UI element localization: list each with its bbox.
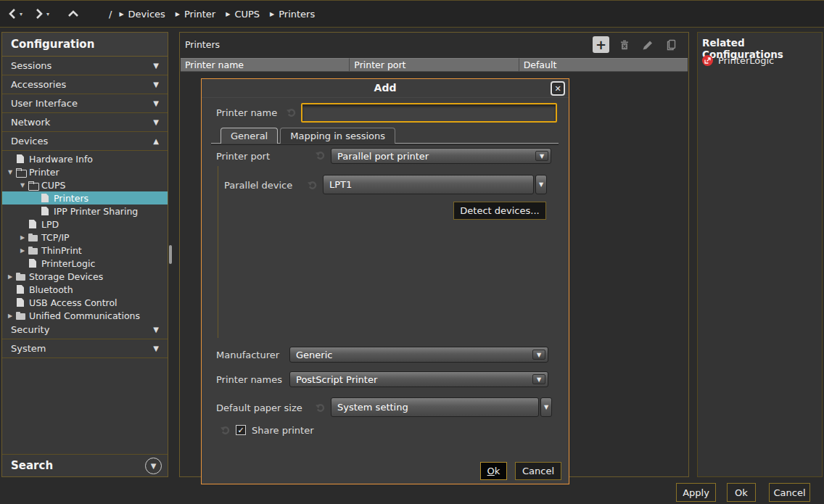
tree-closed-icon[interactable]: ▶ [5,273,15,280]
forward-button[interactable]: ▾ [34,8,49,20]
search-expand-icon[interactable]: ▼ [145,458,162,474]
parallel-device-reset-icon[interactable] [307,179,318,190]
forward-icon [34,8,44,20]
file-icon [15,154,26,164]
cancel-button[interactable]: Cancel [769,483,810,502]
breadcrumb-arrow-icon: ▶ [226,11,230,17]
printer-name-reset-icon[interactable] [286,107,297,117]
tree-item-thinprint[interactable]: ▶ThinPrint [2,244,168,257]
section-label: Network [11,117,153,128]
related-item-printerlogic[interactable]: PrinterLogic [702,53,819,67]
tab-mapping-in-sessions[interactable]: Mapping in sessions [280,128,395,144]
tree-closed-icon[interactable]: ▶ [17,247,28,254]
tree-item-hardware-info[interactable]: Hardware Info [2,152,168,165]
breadcrumb-item-cups[interactable]: ▶CUPS [226,9,260,20]
accordion-top: Sessions▼Accessories▼User Interface▼Netw… [2,57,168,151]
printer-names-label: Printer names [216,374,282,385]
file-icon [40,193,51,203]
tree-item-tcp-ip[interactable]: ▶TCP/IP [2,231,168,244]
parallel-device-field[interactable]: LPT1 [323,175,534,194]
back-button[interactable]: ▾ [7,8,22,20]
tab-general[interactable]: General [221,128,278,144]
sidebar-section-network[interactable]: Network▼ [2,113,168,132]
related-configurations-panel: Related Configurations PrinterLogic [697,32,823,477]
printer-name-input[interactable] [301,103,557,123]
paper-size-field[interactable]: System setting [331,397,539,417]
printer-name-label: Printer name [216,107,277,118]
printer-names-select[interactable]: PostScript Printer ▼ [289,371,548,387]
tree-item-storage-devices[interactable]: ▶Storage Devices [2,270,168,283]
sidebar-splitter-handle[interactable] [169,245,172,264]
apply-button[interactable]: Apply [676,483,716,502]
tree-item-cups[interactable]: ▼CUPS [2,178,168,191]
tree-open-icon[interactable]: ▼ [5,169,15,175]
edit-button[interactable] [639,36,656,53]
sidebar-section-user-interface[interactable]: User Interface▼ [2,94,168,113]
dialog-cancel-button[interactable]: Cancel [515,462,561,480]
dialog-ok-button[interactable]: Ok [480,462,507,480]
sidebar-title: Configuration [2,33,168,57]
search-section-header[interactable]: Search ▼ [2,454,168,476]
column-header-default[interactable]: Default [519,58,688,72]
tree-item-ipp-printer-sharing[interactable]: IPP Printer Sharing [2,205,168,218]
add-button[interactable]: + [593,36,609,53]
tree-item-printers[interactable]: Printers [2,191,168,205]
file-icon [15,284,26,294]
copy-button[interactable] [662,36,679,53]
paper-size-dropdown-button[interactable]: ▼ [540,397,552,417]
panel-title: Printers [185,39,220,50]
breadcrumb-item-devices[interactable]: ▶Devices [119,9,165,20]
tree-closed-icon[interactable]: ▶ [5,313,15,319]
sidebar-section-system[interactable]: System▼ [2,339,168,358]
sidebar-section-security[interactable]: Security▼ [2,321,168,339]
manufacturer-select[interactable]: Generic ▼ [289,347,548,363]
file-icon [15,297,26,307]
column-header-printer-name[interactable]: Printer name [181,58,350,72]
paper-size-reset-icon[interactable] [315,402,326,413]
column-header-printer-port[interactable]: Printer port [350,58,519,72]
breadcrumb-root[interactable]: / [109,9,112,20]
tree-closed-icon[interactable]: ▶ [17,234,28,241]
tree-item-label: LPD [41,219,59,230]
detect-devices-button[interactable]: Detect devices... [453,202,546,220]
tree-item-lpd[interactable]: LPD [2,218,168,231]
copy-icon [664,38,677,51]
tree-item-label: Hardware Info [29,154,93,165]
share-printer-reset-icon[interactable] [220,424,231,435]
up-button[interactable] [67,9,80,19]
breadcrumb-item-printer[interactable]: ▶Printer [176,9,215,20]
back-icon [7,8,17,20]
sidebar-section-accessories[interactable]: Accessories▼ [2,75,168,94]
parallel-device-dropdown-button[interactable]: ▼ [535,175,547,194]
tree-item-unified-communications[interactable]: ▶Unified Communications [2,309,168,321]
tree-item-bluetooth[interactable]: Bluetooth [2,283,168,296]
back-history-caret-icon[interactable]: ▾ [20,11,22,17]
share-printer-checkbox[interactable]: ✓ [236,425,246,435]
printer-port-reset-icon[interactable] [315,149,326,160]
dialog-close-button[interactable]: ✕ [551,81,565,96]
folder-open-icon [15,167,26,177]
check-icon: ✓ [237,426,244,435]
tree-item-printerlogic[interactable]: PrinterLogic [2,257,168,270]
printer-port-select[interactable]: Parallel port printer ▼ [331,148,551,164]
paper-size-label: Default paper size [216,402,302,413]
list-toolbar: + [593,36,679,53]
sidebar-section-devices[interactable]: Devices▲ [2,132,168,151]
file-icon [40,206,51,216]
parallel-port-group: Parallel device LPT1 ▼ Detect devices... [218,166,551,338]
top-toolbar: ▾ ▾ / ▶Devices▶Printer▶CUPS▶Printers [0,0,824,28]
forward-history-caret-icon[interactable]: ▾ [46,11,49,17]
printer-names-value: PostScript Printer [296,374,377,385]
manufacturer-label: Manufacturer [216,350,279,360]
breadcrumb-item-printers[interactable]: ▶Printers [270,9,315,20]
tree-open-icon[interactable]: ▼ [17,182,28,189]
sidebar-section-sessions[interactable]: Sessions▼ [2,57,168,75]
delete-button[interactable] [616,36,633,53]
tree-item-printer[interactable]: ▼Printer [2,165,168,178]
search-label: Search [11,459,145,472]
tree-item-label: Printer [29,167,59,178]
caret-down-icon: ▼ [153,99,159,107]
tree-item-usb-access-control[interactable]: USB Access Control [2,296,168,309]
dialog-title: Add [202,79,569,97]
ok-button[interactable]: Ok [727,483,756,502]
